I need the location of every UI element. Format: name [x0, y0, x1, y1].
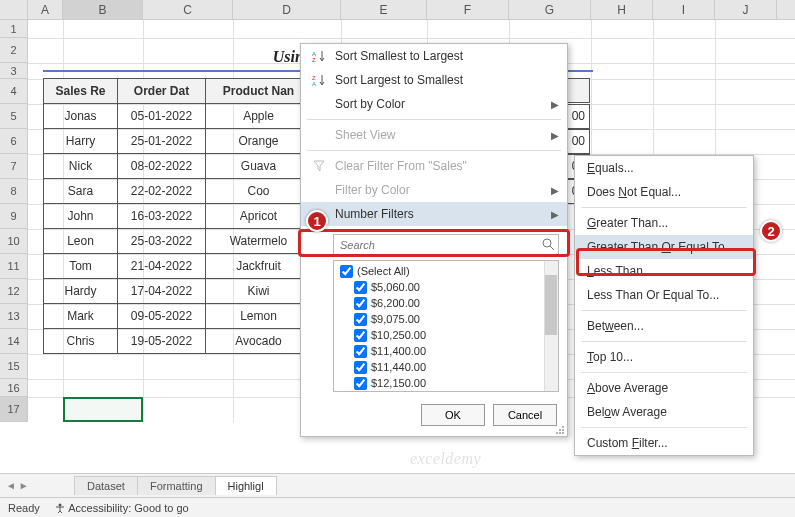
value-list-item[interactable]: $12,150.00 [338, 375, 554, 391]
col-H[interactable]: H [591, 0, 653, 19]
row-1[interactable]: 1 [0, 20, 28, 38]
sub-between[interactable]: Between... [575, 314, 753, 338]
table-row[interactable]: Tom21-04-2022Jackfruit [44, 254, 312, 279]
cell[interactable]: Sara [44, 179, 118, 204]
row-13[interactable]: 13 [0, 304, 28, 329]
value-checkbox[interactable] [354, 361, 367, 374]
cell[interactable]: John [44, 204, 118, 229]
cell[interactable]: Coo [206, 179, 312, 204]
col-C[interactable]: C [143, 0, 233, 19]
cell[interactable]: Avocado [206, 329, 312, 354]
value-list-item[interactable]: $14,040.00 [338, 391, 554, 392]
select-all-corner[interactable] [0, 0, 28, 19]
value-list-item[interactable]: $10,250.00 [338, 327, 554, 343]
cell[interactable]: 08-02-2022 [118, 154, 206, 179]
value-list-item[interactable]: $5,060.00 [338, 279, 554, 295]
table-row[interactable]: Leon25-03-2022Watermelo [44, 229, 312, 254]
row-4[interactable]: 4 [0, 79, 28, 104]
row-7[interactable]: 7 [0, 154, 28, 179]
value-list-item[interactable]: (Select All) [338, 263, 554, 279]
cell[interactable]: Jonas [44, 104, 118, 129]
row-8[interactable]: 8 [0, 179, 28, 204]
table-row[interactable]: Mark09-05-2022Lemon [44, 304, 312, 329]
cell[interactable]: Mark [44, 304, 118, 329]
value-list-item[interactable]: $11,400.00 [338, 343, 554, 359]
value-checkbox[interactable] [354, 313, 367, 326]
col-D[interactable]: D [233, 0, 341, 19]
row-6[interactable]: 6 [0, 129, 28, 154]
sub-less-than-equal[interactable]: Less Than Or Equal To... [575, 283, 753, 307]
cell[interactable]: Harry [44, 129, 118, 154]
row-2[interactable]: 2 [0, 38, 28, 63]
col-F[interactable]: F [427, 0, 509, 19]
sub-above-avg[interactable]: Above Average [575, 376, 753, 400]
table-row[interactable]: John16-03-2022Apricot [44, 204, 312, 229]
search-input[interactable] [333, 234, 559, 256]
row-12[interactable]: 12 [0, 279, 28, 304]
tab-nav[interactable]: ◄ ► [6, 480, 29, 491]
sub-equals[interactable]: EEquals...quals... [575, 156, 753, 180]
sub-below-avg[interactable]: Below Average [575, 400, 753, 424]
cell[interactable]: Leon [44, 229, 118, 254]
resize-handle-icon[interactable] [555, 424, 565, 434]
cell[interactable]: 17-04-2022 [118, 279, 206, 304]
cell[interactable]: Hardy [44, 279, 118, 304]
col-B[interactable]: B [63, 0, 143, 19]
table-row[interactable]: Jonas05-01-2022Apple [44, 104, 312, 129]
row-9[interactable]: 9 [0, 204, 28, 229]
value-checkbox[interactable] [354, 345, 367, 358]
sub-custom[interactable]: Custom Filter... [575, 431, 753, 455]
row-3[interactable]: 3 [0, 63, 28, 79]
row-11[interactable]: 11 [0, 254, 28, 279]
tab-highlight[interactable]: Highligl [215, 476, 277, 495]
col-E[interactable]: E [341, 0, 427, 19]
cell[interactable]: 16-03-2022 [118, 204, 206, 229]
table-row[interactable]: Harry25-01-2022Orange [44, 129, 312, 154]
col-J[interactable]: J [715, 0, 777, 19]
menu-sort-color[interactable]: Sort by Color ▶ [301, 92, 567, 116]
cell[interactable]: Kiwi [206, 279, 312, 304]
sub-not-equal[interactable]: Does Not Equal... [575, 180, 753, 204]
cell[interactable]: 22-02-2022 [118, 179, 206, 204]
value-checkbox[interactable] [354, 281, 367, 294]
cell[interactable]: 19-05-2022 [118, 329, 206, 354]
sub-greater-than-equal[interactable]: Greater Than Or Equal To... [575, 235, 753, 259]
list-scrollbar[interactable] [544, 261, 558, 391]
row-15[interactable]: 15 [0, 354, 28, 379]
tab-formatting[interactable]: Formatting [137, 476, 216, 495]
row-16[interactable]: 16 [0, 379, 28, 397]
cell[interactable]: Watermelo [206, 229, 312, 254]
value-list-item[interactable]: $11,440.00 [338, 359, 554, 375]
ok-button[interactable]: OK [421, 404, 485, 426]
row-5[interactable]: 5 [0, 104, 28, 129]
value-checkbox[interactable] [354, 377, 367, 390]
value-checkbox[interactable] [354, 329, 367, 342]
cell[interactable]: Orange [206, 129, 312, 154]
table-row[interactable]: Hardy17-04-2022Kiwi [44, 279, 312, 304]
row-17[interactable]: 17 [0, 397, 28, 422]
menu-number-filters[interactable]: Number Filters ▶ [301, 202, 567, 226]
col-G[interactable]: G [509, 0, 591, 19]
table-row[interactable]: Sara22-02-2022Coo [44, 179, 312, 204]
scrollbar-thumb[interactable] [545, 275, 557, 335]
cell[interactable]: 09-05-2022 [118, 304, 206, 329]
cancel-button[interactable]: Cancel [493, 404, 557, 426]
value-list-item[interactable]: $9,075.00 [338, 311, 554, 327]
row-10[interactable]: 10 [0, 229, 28, 254]
cell[interactable]: Tom [44, 254, 118, 279]
th-product-name[interactable]: Product Nan [206, 79, 312, 104]
cell[interactable]: 05-01-2022 [118, 104, 206, 129]
value-list[interactable]: (Select All)$5,060.00$6,200.00$9,075.00$… [333, 260, 559, 392]
cell[interactable]: 21-04-2022 [118, 254, 206, 279]
sub-top10[interactable]: Top 10... [575, 345, 753, 369]
table-row[interactable]: Nick08-02-2022Guava [44, 154, 312, 179]
cell[interactable]: Chris [44, 329, 118, 354]
value-checkbox[interactable] [354, 297, 367, 310]
value-checkbox[interactable] [340, 265, 353, 278]
col-I[interactable]: I [653, 0, 715, 19]
col-A[interactable]: A [28, 0, 63, 19]
th-sales-rep[interactable]: Sales Re [44, 79, 118, 104]
menu-sort-asc[interactable]: AZ Sort Smallest to Largest [301, 44, 567, 68]
cell[interactable]: Jackfruit [206, 254, 312, 279]
cell[interactable]: Lemon [206, 304, 312, 329]
